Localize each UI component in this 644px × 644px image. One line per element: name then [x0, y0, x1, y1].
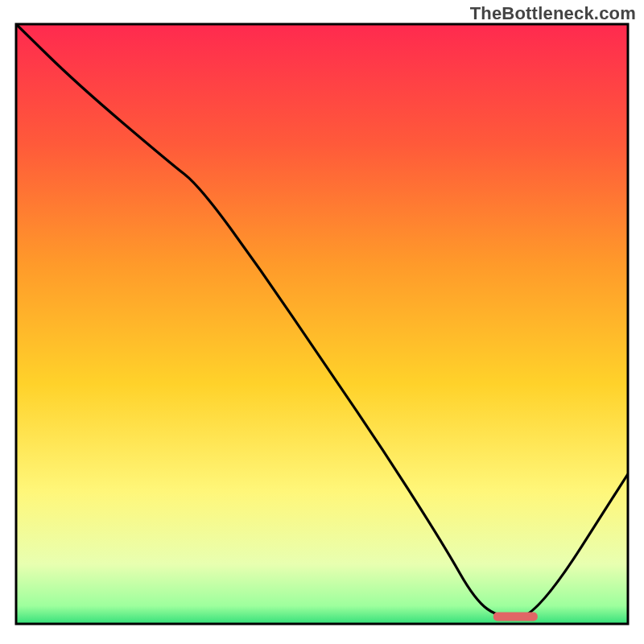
bottleneck-chart — [0, 0, 644, 644]
plot-gradient-background — [16, 24, 628, 624]
optimal-range-marker — [493, 613, 538, 621]
watermark-label: TheBottleneck.com — [470, 3, 636, 24]
chart-frame: TheBottleneck.com — [0, 0, 644, 644]
